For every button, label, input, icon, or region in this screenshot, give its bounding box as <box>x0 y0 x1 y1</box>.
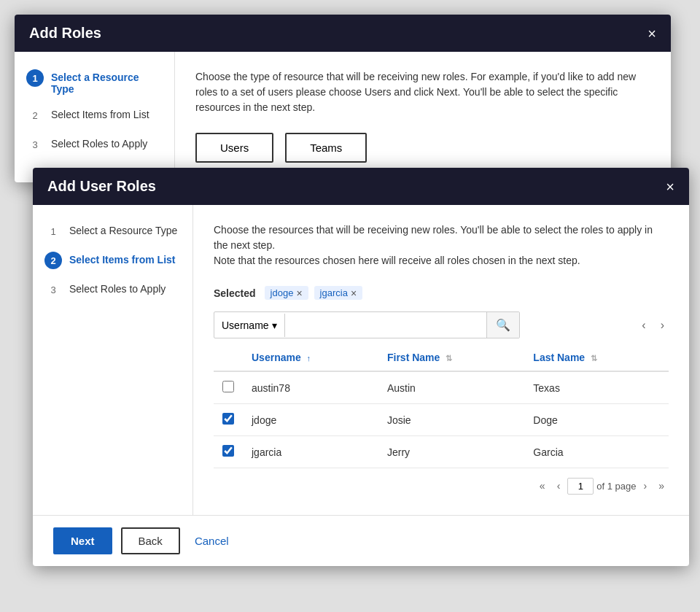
modal2-step-1: 1 Select a Resource Type <box>44 222 181 240</box>
modal2-step1-number: 1 <box>44 222 62 240</box>
page-input[interactable] <box>567 478 594 495</box>
modal2-step3-label: Select Roles to Apply <box>69 281 166 295</box>
lastname-cell-2: Garcia <box>524 436 669 468</box>
row-checkbox-1[interactable] <box>222 413 234 425</box>
modal1-step1-number: 1 <box>26 69 44 87</box>
modal2-step-2: 2 Select Items from List <box>44 252 181 269</box>
modal1-step-1: 1 Select a Resource Type <box>26 69 163 95</box>
firstname-cell-1: Josie <box>378 404 524 436</box>
page-prev-button[interactable]: ‹ <box>553 477 565 495</box>
modal1-body: 1 Select a Resource Type 2 Select Items … <box>15 52 671 182</box>
search-dropdown[interactable]: Username ▾ <box>214 314 285 337</box>
table-nav: ‹ › <box>637 316 669 335</box>
page-first-button[interactable]: « <box>535 477 550 495</box>
modal1-step2-number: 2 <box>26 106 44 124</box>
firstname-cell-0: Austin <box>378 371 524 404</box>
checkbox-cell-2[interactable] <box>214 436 243 468</box>
search-icon: 🔍 <box>496 319 510 331</box>
checkbox-cell-0[interactable] <box>214 371 243 404</box>
table-row: austin78 Austin Texas <box>214 371 669 404</box>
tag-jdoge-close[interactable]: × <box>296 288 302 298</box>
row-checkbox-2[interactable] <box>222 445 234 457</box>
tag-jgarcia: jgarcia × <box>314 286 362 300</box>
modal1-step3-number: 3 <box>26 136 44 153</box>
next-button[interactable]: Next <box>53 527 112 554</box>
modal1-sidebar: 1 Select a Resource Type 2 Select Items … <box>15 52 175 182</box>
modal1-content: Choose the type of resource that will be… <box>175 52 671 182</box>
selected-label: Selected <box>214 287 256 299</box>
checkbox-cell-1[interactable] <box>214 404 243 436</box>
search-row: Username ▾ 🔍 ‹ › <box>214 311 669 338</box>
modal2-step-3: 3 Select Roles to Apply <box>44 281 181 298</box>
header-lastname: Last Name ⇅ <box>524 344 669 371</box>
page-of-label: of 1 page <box>596 481 636 492</box>
modal2-step3-number: 3 <box>44 281 62 298</box>
resource-type-buttons: Users Teams <box>195 133 650 163</box>
username-cell-1: jdoge <box>243 404 378 436</box>
lastname-sort-icon: ⇅ <box>591 354 597 363</box>
selected-tags-row: Selected jdoge × jgarcia × <box>214 286 669 300</box>
page-last-button[interactable]: » <box>654 477 669 495</box>
modal1-step3-label: Select Roles to Apply <box>51 136 147 150</box>
lastname-cell-0: Texas <box>524 371 669 404</box>
search-input[interactable] <box>285 314 486 337</box>
modal2-footer: Next Back Cancel <box>33 515 689 566</box>
username-sort-asc-icon: ↑ <box>307 354 311 363</box>
table-prev-button[interactable]: ‹ <box>637 316 650 335</box>
username-cell-2: jgarcia <box>243 436 378 468</box>
users-table: Username ↑ First Name ⇅ Last Name ⇅ <box>214 344 669 468</box>
modal1-step1-label: Select a Resource Type <box>51 69 163 95</box>
modal2-title: Add User Roles <box>47 178 156 195</box>
header-checkbox-cell <box>214 344 243 371</box>
modal1-step-3: 3 Select Roles to Apply <box>26 136 163 153</box>
search-button[interactable]: 🔍 <box>486 312 519 338</box>
users-button[interactable]: Users <box>195 133 273 163</box>
tag-jdoge: jdoge × <box>265 286 308 300</box>
modal2-description: Choose the resources that will be receiv… <box>214 222 669 268</box>
table-header-row: Username ↑ First Name ⇅ Last Name ⇅ <box>214 344 669 371</box>
pagination-row: « ‹ of 1 page › » <box>214 468 669 497</box>
username-cell-0: austin78 <box>243 371 378 404</box>
modal2-body: 1 Select a Resource Type 2 Select Items … <box>33 205 689 515</box>
header-firstname: First Name ⇅ <box>378 344 524 371</box>
modal1-step-2: 2 Select Items from List <box>26 106 163 124</box>
add-user-roles-modal: Add User Roles × 1 Select a Resource Typ… <box>33 168 689 566</box>
table-row: jdoge Josie Doge <box>214 404 669 436</box>
firstname-sort-icon: ⇅ <box>446 354 452 363</box>
row-checkbox-0[interactable] <box>222 381 234 392</box>
modal2-header: Add User Roles × <box>33 168 689 205</box>
header-username[interactable]: Username ↑ <box>243 344 378 371</box>
modal2-close-button[interactable]: × <box>666 179 674 194</box>
tag-jgarcia-close[interactable]: × <box>351 288 357 298</box>
teams-button[interactable]: Teams <box>285 133 367 163</box>
modal2-content: Choose the resources that will be receiv… <box>193 205 689 515</box>
cancel-button[interactable]: Cancel <box>189 529 235 553</box>
modal2-step1-label: Select a Resource Type <box>69 222 177 236</box>
modal2-step2-label: Select Items from List <box>69 252 176 266</box>
add-roles-modal: Add Roles × 1 Select a Resource Type 2 S… <box>15 15 671 182</box>
page-next-button[interactable]: › <box>639 477 652 495</box>
table-row: jgarcia Jerry Garcia <box>214 436 669 468</box>
firstname-cell-2: Jerry <box>378 436 524 468</box>
search-bar: Username ▾ 🔍 <box>214 311 520 338</box>
modal2-sidebar: 1 Select a Resource Type 2 Select Items … <box>33 205 193 515</box>
lastname-cell-1: Doge <box>524 404 669 436</box>
back-button[interactable]: Back <box>121 527 180 554</box>
modal1-title: Add Roles <box>29 25 101 42</box>
modal1-description: Choose the type of resource that will be… <box>195 69 650 115</box>
modal1-close-button[interactable]: × <box>648 26 656 41</box>
chevron-down-icon: ▾ <box>272 319 277 331</box>
modal1-header: Add Roles × <box>15 15 671 52</box>
modal1-step2-label: Select Items from List <box>51 106 149 120</box>
table-next-button[interactable]: › <box>656 316 669 335</box>
modal2-step2-number: 2 <box>44 252 62 269</box>
